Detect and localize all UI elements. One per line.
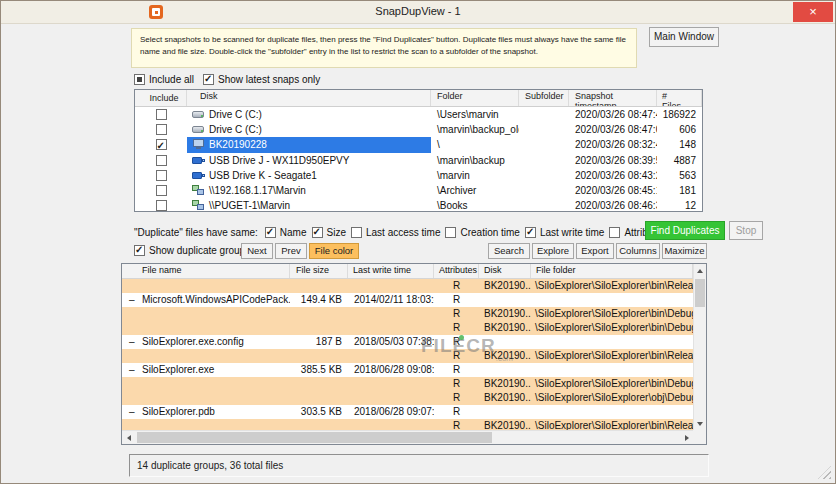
checkbox-box-icon[interactable] [525,227,536,238]
group-collapse-icon[interactable]: – [122,363,142,377]
include-checkbox[interactable] [156,109,167,120]
explore-button[interactable]: Explore [532,243,574,259]
subfolder-cell[interactable] [519,198,569,212]
result-row[interactable]: R BK20190... \SiloExplorer\SiloExplorer\… [122,279,693,293]
show-latest-snaps-checkbox[interactable]: Show latest snaps only [203,74,320,85]
vertical-scrollbar-thumb[interactable] [695,279,705,307]
result-row[interactable]: –Microsoft.WindowsAPICodePack.xml 149.4 … [122,293,693,307]
snapshot-row[interactable]: USB Drive K - Seagate1 \marvin 2020/03/2… [135,168,702,183]
main-window-button[interactable]: Main Window [649,27,719,47]
folder-cell[interactable]: \Archiver [431,183,519,198]
include-checkbox[interactable] [156,170,167,181]
folder-cell[interactable]: \marvin\backup_old [431,122,519,137]
result-row[interactable]: R BK20190... \SiloExplorer\SiloExplorer\… [122,321,693,335]
include-checkbox[interactable] [156,124,167,135]
folder-cell[interactable]: \ [431,137,519,152]
maximize-button[interactable]: Maximize [662,243,707,259]
result-row[interactable]: –SiloExplorer.exe 385.5 KB 2018/06/28 09… [122,363,693,377]
include-checkbox[interactable] [156,155,167,166]
criteria-last-write-checkbox[interactable]: Last write time [525,227,604,238]
column-header-snapshot-timestamp[interactable]: Snapshot timestamp [569,90,657,106]
checkbox-box-icon[interactable] [609,227,620,238]
folder-cell[interactable]: \Books [431,198,519,212]
column-header-attributes[interactable]: Attributes [434,264,479,278]
subfolder-cell[interactable] [519,168,569,183]
include-all-checkbox[interactable]: Include all [134,74,194,85]
include-checkbox[interactable] [156,185,167,196]
result-row[interactable]: R BK20190... \SiloExplorer\SiloExplorer\… [122,377,693,391]
column-header-folder[interactable]: Folder [431,90,519,106]
disk: BK20190... [479,377,531,391]
search-button[interactable]: Search [488,243,530,259]
column-header-subfolder[interactable]: Subfolder [519,90,569,106]
column-header-file-name[interactable]: File name [122,264,290,278]
include-checkbox[interactable] [156,139,167,150]
subfolder-cell[interactable] [519,153,569,168]
result-row[interactable]: R BK20190... \SiloExplorer\SiloExplorer\… [122,307,693,321]
show-duplicate-groups-checkbox[interactable]: Show duplicate groups [134,245,250,256]
next-button[interactable]: Next [241,243,273,259]
title-bar[interactable]: SnapDupView - 1 × [1,1,835,24]
group-collapse-icon[interactable]: – [122,405,142,419]
horizontal-scrollbar[interactable] [122,430,693,444]
include-checkbox[interactable] [156,200,167,211]
columns-button[interactable]: Columns [616,243,660,259]
result-row[interactable]: R BK20190... \SiloExplorer\SiloExplorer\… [122,391,693,405]
column-header-disk[interactable]: Disk [187,90,431,106]
column-header-last-write-time[interactable]: Last write time [348,264,434,278]
scroll-right-icon[interactable] [680,431,693,444]
subfolder-cell[interactable] [519,137,569,152]
scroll-down-icon[interactable] [694,417,706,430]
snapshot-row[interactable]: Drive C (C:) \marvin\backup_old 2020/03/… [135,122,702,137]
prev-button[interactable]: Prev [275,243,307,259]
result-row[interactable]: R BK20190... \SiloExplorer\SiloExplorer\… [122,349,693,363]
results-table: File name File size Last write time Attr… [121,263,707,445]
criteria-name-checkbox[interactable]: Name [265,227,307,238]
snapshot-row[interactable]: \\PUGET-1\Marvin \Books 2020/03/26 08:46… [135,198,702,212]
group-collapse-icon[interactable]: – [122,335,142,349]
checkbox-box-icon[interactable] [351,227,362,238]
vertical-scrollbar[interactable] [693,264,706,430]
criteria-creation-time-checkbox[interactable]: Creation time [445,227,519,238]
folder-cell[interactable]: \Users\marvin [431,107,519,122]
instructions-box: Select snapshots to be scanned for dupli… [131,28,637,68]
result-row[interactable]: –SiloExplorer.exe.config 187 B 2018/05/0… [122,335,693,349]
attributes: R [434,321,479,335]
checkbox-box-icon[interactable] [265,227,276,238]
snapshot-row[interactable]: Drive C (C:) \Users\marvin 2020/03/26 08… [135,107,702,122]
subfolder-cell[interactable] [519,122,569,137]
snapshot-row[interactable]: USB Drive J - WX11D950EPVY \marvin\backu… [135,153,702,168]
checkbox-box-icon[interactable] [312,227,323,238]
result-row[interactable]: –SiloExplorer.pdb 303.5 KB 2018/06/28 09… [122,405,693,419]
resize-grip[interactable] [818,466,831,479]
column-header-file-folder[interactable]: File folder [531,264,693,278]
column-header-files[interactable]: # Files [657,90,702,106]
checkbox-box-icon[interactable] [134,245,145,256]
subfolder-cell[interactable] [519,107,569,122]
export-button[interactable]: Export [576,243,614,259]
folder-cell[interactable]: \marvin [431,168,519,183]
checkbox-box-icon[interactable] [134,74,145,85]
criteria-size-checkbox[interactable]: Size [312,227,346,238]
close-icon[interactable]: × [793,2,833,22]
column-header-include[interactable]: Include [135,90,187,106]
snapshot-row[interactable]: \\192.168.1.17\Marvin \Archiver 2020/03/… [135,183,702,198]
folder-cell[interactable]: \marvin\backup [431,153,519,168]
file-size [290,391,348,405]
scroll-left-icon[interactable] [122,431,135,444]
group-collapse-icon[interactable]: – [122,293,142,307]
column-header-file-size[interactable]: File size [290,264,348,278]
file-color-button[interactable]: File color [309,243,359,259]
find-duplicates-button[interactable]: Find Duplicates [645,221,725,240]
file-folder [531,405,693,419]
scroll-up-icon[interactable] [694,264,706,277]
horizontal-scrollbar-thumb[interactable] [137,432,492,443]
snapshot-row[interactable]: BK20190228 \ 2020/03/26 08:32:44 148 [135,137,702,152]
subfolder-cell[interactable] [519,183,569,198]
drive-icon [192,109,205,120]
checkbox-box-icon[interactable] [445,227,456,238]
checkbox-box-icon[interactable] [203,74,214,85]
column-header-disk[interactable]: Disk [479,264,531,278]
criteria-last-access-checkbox[interactable]: Last access time [351,227,440,238]
criteria-row: "Duplicate" files have same: Name Size L… [134,224,667,240]
